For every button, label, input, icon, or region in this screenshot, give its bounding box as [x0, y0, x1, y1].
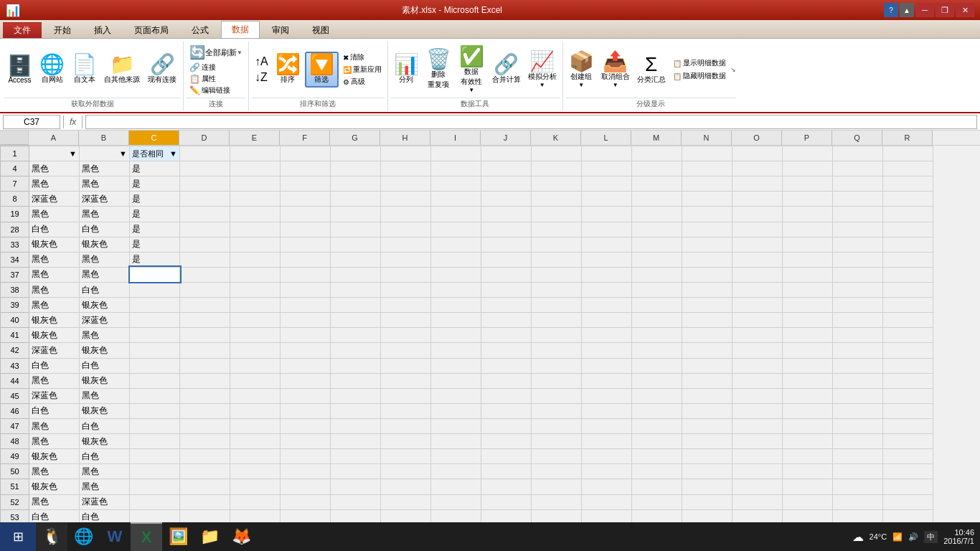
col-header-F[interactable]: F [280, 131, 330, 145]
cell-B7[interactable]: 黑色 [80, 176, 130, 192]
col-header-M[interactable]: M [631, 131, 682, 145]
cell-B47[interactable]: 白色 [80, 418, 130, 433]
cell-N1[interactable] [682, 146, 732, 161]
cell-A40[interactable]: 银灰色 [29, 313, 80, 328]
split-button[interactable]: 📊 分列 [391, 53, 422, 86]
cell-K1[interactable] [532, 146, 582, 161]
col-header-E[interactable]: E [230, 131, 280, 145]
row-header-34[interactable]: 34 [1, 252, 29, 267]
cell-H4[interactable] [381, 161, 431, 176]
cell-D7[interactable] [180, 176, 230, 192]
subtotal-button[interactable]: Σ 分类汇总 [634, 53, 669, 86]
cell-B42[interactable]: 银灰色 [80, 343, 130, 358]
cell-B46[interactable]: 银灰色 [80, 403, 130, 418]
col-header-L[interactable]: L [581, 131, 631, 145]
tab-home[interactable]: 开始 [43, 22, 82, 38]
row-header-51[interactable]: 51 [1, 479, 29, 494]
cell-L4[interactable] [582, 161, 632, 176]
cell-J1[interactable] [481, 146, 532, 161]
cell-A4[interactable]: 黑色 [29, 161, 80, 176]
row-header-19[interactable]: 19 [1, 207, 29, 222]
cell-B51[interactable]: 黑色 [80, 479, 130, 494]
cell-G1[interactable] [331, 146, 381, 161]
col-header-C[interactable]: C [129, 131, 179, 145]
row-header-44[interactable]: 44 [1, 373, 29, 388]
minimize-button[interactable]: ─ [915, 3, 934, 17]
row-header-41[interactable]: 41 [1, 328, 29, 343]
cell-D1[interactable] [180, 146, 230, 161]
col-header-N[interactable]: N [682, 131, 732, 145]
cell-A45[interactable]: 深蓝色 [29, 388, 80, 403]
cell-A38[interactable]: 黑色 [29, 282, 80, 297]
cell-C7[interactable]: 是 [130, 176, 180, 192]
cell-A49[interactable]: 银灰色 [29, 449, 80, 464]
cell-R1[interactable] [883, 146, 933, 161]
tab-formula[interactable]: 公式 [181, 22, 220, 38]
sort-desc-button[interactable]: ↓Z [252, 70, 271, 85]
cell-A52[interactable]: 黑色 [29, 494, 80, 509]
row-header-33[interactable]: 33 [1, 237, 29, 252]
other-sources-button[interactable]: 📁 自其他来源 [101, 53, 143, 86]
col-header-P[interactable]: P [782, 131, 832, 145]
taskbar-browser2[interactable]: 🦊 [225, 522, 257, 551]
row-header-45[interactable]: 45 [1, 388, 29, 403]
cell-B43[interactable]: 白色 [80, 358, 130, 373]
cell-H1[interactable] [381, 146, 431, 161]
cell-J4[interactable] [481, 161, 532, 176]
cell-E1[interactable] [230, 146, 281, 161]
cell-O1[interactable] [732, 146, 783, 161]
col-header-Q[interactable]: Q [832, 131, 882, 145]
ungroup-button[interactable]: 📤 取消组合 ▼ [598, 50, 633, 90]
row-header-43[interactable]: 43 [1, 358, 29, 373]
row-header-52[interactable]: 52 [1, 494, 29, 509]
cell-K4[interactable] [532, 161, 582, 176]
row-header-8[interactable]: 8 [1, 192, 29, 207]
advanced-button[interactable]: ⚙高级 [340, 76, 385, 88]
cell-E4[interactable] [230, 161, 281, 176]
row-header-47[interactable]: 47 [1, 418, 29, 433]
tab-data[interactable]: 数据 [221, 21, 260, 38]
help-button[interactable]: ? [884, 3, 898, 17]
close-button[interactable]: ✕ [956, 3, 974, 17]
cell-C19[interactable]: 是 [130, 207, 180, 222]
cell-F1[interactable] [281, 146, 331, 161]
cell-B8[interactable]: 深蓝色 [80, 192, 130, 207]
cell-C37-selected[interactable] [130, 267, 180, 282]
restore-button[interactable]: ❐ [936, 3, 954, 17]
cell-C4[interactable]: 是 [130, 161, 180, 176]
cell-A42[interactable]: 深蓝色 [29, 343, 80, 358]
cell-A19[interactable]: 黑色 [29, 207, 80, 222]
cell-B1[interactable]: ▼ [80, 146, 130, 161]
taskbar-qq[interactable]: 🐧 [36, 522, 67, 551]
row-header-42[interactable]: 42 [1, 343, 29, 358]
cell-I4[interactable] [431, 161, 481, 176]
row-header-50[interactable]: 50 [1, 464, 29, 479]
cell-O4[interactable] [732, 161, 783, 176]
row-header-28[interactable]: 28 [1, 222, 29, 237]
cell-A39[interactable]: 黑色 [29, 298, 80, 313]
cell-B50[interactable]: 黑色 [80, 464, 130, 479]
cell-C28[interactable]: 是 [130, 222, 180, 237]
clear-button[interactable]: ✖清除 [340, 52, 385, 63]
ribbon-toggle-button[interactable]: ▲ [900, 3, 914, 17]
col-header-O[interactable]: O [732, 131, 782, 145]
start-button[interactable]: ⊞ [0, 522, 36, 551]
cell-A46[interactable]: 白色 [29, 403, 80, 418]
tab-page-layout[interactable]: 页面布局 [123, 22, 179, 38]
cell-A43[interactable]: 白色 [29, 358, 80, 373]
text-button[interactable]: 📄 自文本 [69, 53, 100, 86]
cell-A34[interactable]: 黑色 [29, 252, 80, 267]
cell-B45[interactable]: 黑色 [80, 388, 130, 403]
sort-asc-button[interactable]: ↑A [252, 55, 271, 69]
outline-expand-icon[interactable]: ↘ [730, 66, 736, 73]
taskbar-word[interactable]: W [99, 522, 131, 551]
what-if-button[interactable]: 📈 模拟分析 ▼ [525, 50, 560, 90]
taskbar-files[interactable]: 📁 [194, 522, 225, 551]
cell-G4[interactable] [331, 161, 381, 176]
cell-A7[interactable]: 黑色 [29, 176, 80, 192]
cell-P4[interactable] [783, 161, 833, 176]
cell-B48[interactable]: 银灰色 [80, 434, 130, 449]
cell-B41[interactable]: 黑色 [80, 328, 130, 343]
cell-reference-input[interactable] [3, 115, 60, 129]
cell-B4[interactable]: 黑色 [80, 161, 130, 176]
